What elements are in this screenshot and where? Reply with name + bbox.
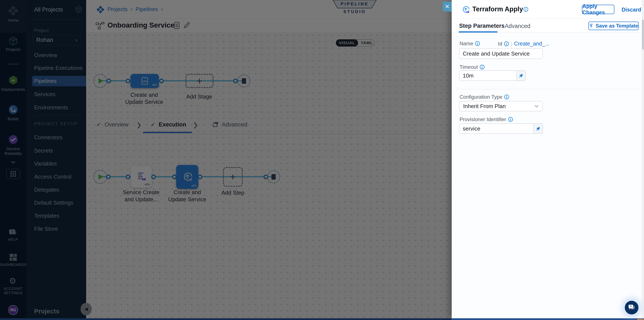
info-icon[interactable]: i	[475, 41, 480, 46]
id-colon: :	[511, 41, 512, 47]
save-as-template-button[interactable]: Save as Template	[588, 22, 639, 30]
close-icon: ✕	[445, 3, 450, 10]
config-type-label: Configuration Type i	[460, 94, 509, 100]
discard-button[interactable]: Discard	[622, 7, 641, 13]
app-root: Home Projects ∞ Deployments Builds Servi…	[0, 0, 644, 320]
provisioner-id-label: Provisioner Identifier i	[460, 116, 513, 122]
info-icon[interactable]: i	[504, 95, 509, 99]
provisioner-pin-button[interactable]	[534, 123, 543, 134]
id-field: Id i : Create_and_...	[498, 41, 549, 47]
step-config-drawer: Terraform Apply i Apply Changes Discard …	[452, 0, 644, 318]
drawer-tab-bar: Step Parameters Advanced Save as Templat…	[452, 19, 644, 33]
apply-changes-button[interactable]: Apply Changes	[582, 5, 614, 14]
info-icon[interactable]: i	[480, 65, 484, 69]
drawer-close-button[interactable]: ✕	[443, 2, 452, 12]
active-tab-underline	[459, 31, 498, 33]
info-icon[interactable]: i	[504, 42, 509, 46]
timeout-label-text: Timeout	[460, 64, 478, 70]
pin-icon	[536, 126, 540, 131]
provisioner-id-input[interactable]	[459, 123, 534, 134]
upload-icon	[589, 24, 594, 28]
timeout-field-label: Timeout i	[460, 64, 484, 70]
drawer-header: Terraform Apply i Apply Changes Discard	[452, 0, 644, 19]
config-type-select[interactable]: Inherit From Plan	[459, 101, 543, 111]
info-icon[interactable]: i	[524, 7, 528, 12]
drawer-title: Terraform Apply	[472, 5, 523, 13]
chevron-down-icon	[534, 105, 539, 107]
save-as-template-label: Save as Template	[596, 23, 638, 29]
timeout-input[interactable]	[459, 71, 517, 81]
name-label-text: Name	[460, 41, 473, 47]
id-value-link[interactable]: Create_and_...	[514, 41, 549, 47]
drawer-scrollbar-thumb[interactable]	[642, 20, 644, 50]
info-icon[interactable]: i	[508, 117, 513, 122]
help-chat-fab[interactable]: ?	[625, 301, 638, 314]
pin-icon	[519, 73, 524, 78]
modal-scrim	[0, 0, 452, 320]
window-corner	[637, 319, 644, 320]
config-label-text: Configuration Type	[460, 94, 502, 100]
terraform-apply-icon	[460, 5, 471, 16]
svg-text:?: ?	[630, 305, 632, 308]
name-field-label: Name i	[460, 41, 480, 47]
chat-question-icon: ?	[628, 304, 636, 311]
timeout-pin-button[interactable]	[517, 71, 526, 81]
provisioner-label-text: Provisioner Identifier	[460, 116, 506, 122]
tab-step-parameters[interactable]: Step Parameters	[459, 23, 504, 29]
name-input[interactable]	[459, 48, 543, 59]
section-divider	[456, 89, 640, 89]
tab-advanced-drawer[interactable]: Advanced	[505, 23, 530, 30]
id-label-text: Id	[498, 41, 502, 47]
config-type-value: Inherit From Plan	[463, 103, 506, 110]
